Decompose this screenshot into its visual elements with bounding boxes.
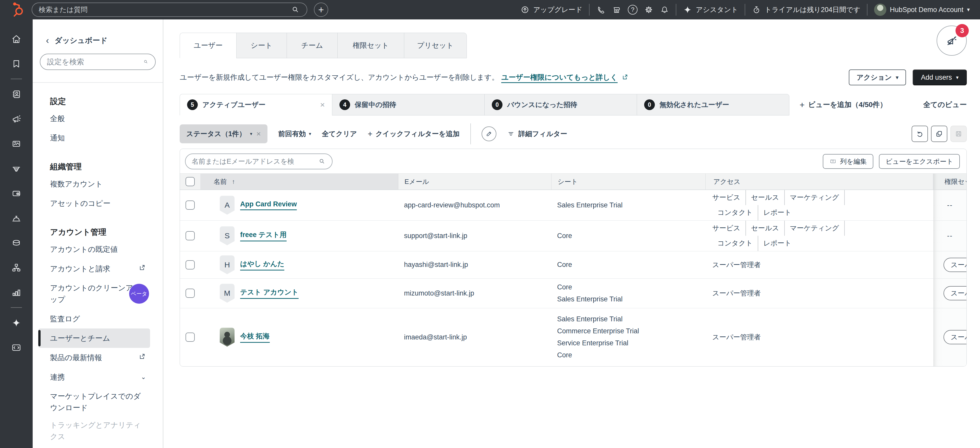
upgrade-label: アップグレード [533, 5, 582, 14]
user-name-link[interactable]: 今枝 拓海 [240, 332, 270, 343]
sidebar-item-integrations[interactable]: 連携 ⌄ [38, 367, 150, 387]
sidebar-item-notifications[interactable]: 通知 [38, 128, 150, 148]
settings-search-input[interactable] [47, 58, 143, 66]
add-users-button[interactable]: Add users▾ [913, 70, 967, 85]
sidebar-item-users-teams[interactable]: ユーザーとチーム [38, 328, 150, 348]
hubspot-logo-icon[interactable] [10, 2, 25, 17]
chevron-left-icon: ‹ [46, 35, 49, 46]
view-tab-deactivated-users[interactable]: 0 無効化されたユーザー [637, 94, 789, 115]
tab-users[interactable]: ユーザー [180, 33, 237, 58]
sidebar-item-product-updates[interactable]: 製品の最新情報 [38, 348, 150, 367]
user-search-input[interactable] [192, 158, 318, 166]
nav-crm-contacts[interactable] [0, 82, 33, 107]
user-name-link[interactable]: テスト アカウント [240, 288, 299, 299]
clone-view-button[interactable] [931, 126, 947, 142]
column-header-name[interactable]: 名前 ↑ [200, 174, 398, 190]
sidebar-item-account-defaults[interactable]: アカウントの既定値 [38, 239, 150, 259]
select-all-checkbox[interactable] [186, 177, 195, 186]
tab-permission-sets[interactable]: 権限セット [337, 33, 404, 58]
nav-reporting[interactable] [0, 280, 33, 305]
permission-pill[interactable]: スーパー管理者 [943, 286, 967, 300]
row-checkbox[interactable] [186, 333, 195, 342]
sidebar-item-general[interactable]: 全般 [38, 109, 150, 128]
view-tab-bounced-invites[interactable]: 0 バウンスになった招待 [484, 94, 637, 115]
view-tab-pending-invites[interactable]: 4 保留中の招待 [332, 94, 485, 115]
trial-status[interactable]: トライアルは残り204日間です [752, 5, 860, 14]
back-to-dashboard[interactable]: ‹ ダッシュボード [33, 19, 163, 46]
nav-developer[interactable] [0, 335, 33, 360]
nav-service[interactable] [0, 206, 33, 230]
undo-button[interactable] [912, 126, 928, 142]
sidebar-item-copy-assets[interactable]: アセットのコピー [38, 194, 150, 213]
nav-data[interactable] [0, 230, 33, 255]
tab-seats[interactable]: シート [236, 33, 287, 58]
nav-home[interactable] [0, 27, 33, 51]
learn-more-link[interactable]: ユーザー権限についてもっと詳しく [501, 73, 617, 83]
status-filter-pill[interactable]: ステータス（1件） ▾ × [180, 124, 267, 143]
advanced-filters-button[interactable]: 詳細フィルター [507, 129, 567, 139]
permission-pill[interactable]: スーパー管理者 [943, 258, 967, 272]
announcements-button[interactable]: 3 [937, 26, 967, 56]
settings-gear-icon[interactable] [644, 5, 653, 14]
nav-content[interactable] [0, 131, 33, 156]
remove-filter-icon[interactable]: × [256, 129, 261, 138]
search-icon[interactable] [291, 5, 300, 14]
view-tab-active-users[interactable]: 5 アクティブユーザー × [180, 94, 332, 115]
sidebar-item-account-billing[interactable]: アカウントと請求 [38, 259, 150, 278]
nav-bookmarks[interactable] [0, 51, 33, 76]
nav-sales[interactable] [0, 156, 33, 181]
users-teams-main: ユーザー シート チーム 権限セット プリセット 3 ユーザーを新規作成してユー… [163, 19, 980, 448]
user-name-link[interactable]: はやし かんた [240, 259, 284, 271]
edit-filters-button[interactable] [482, 126, 496, 141]
create-new-button[interactable]: + [314, 3, 328, 17]
row-checkbox[interactable] [186, 231, 195, 240]
upgrade-button[interactable]: アップグレード [520, 5, 582, 14]
nav-automations[interactable] [0, 255, 33, 280]
sidebar-item-tracking-analytics[interactable]: トラッキングとアナリティクス [38, 417, 150, 445]
user-access: スーパー管理者 [706, 308, 933, 366]
last-active-filter[interactable]: 前回有効 ▾ [278, 129, 311, 139]
nav-commerce[interactable] [0, 181, 33, 206]
nav-marketing[interactable] [0, 107, 33, 131]
save-view-button[interactable] [950, 126, 967, 142]
topbar-divider [745, 4, 745, 16]
help-icon[interactable]: ? [628, 5, 638, 14]
close-icon[interactable]: × [320, 100, 325, 110]
all-views-link[interactable]: 全てのビュー [923, 100, 967, 110]
settings-nav-list: 設定 全般 通知 組織管理 複数アカウント アセットのコピー アカウント管理 ア… [33, 83, 163, 445]
export-view-button[interactable]: ビューをエクスポート [879, 154, 960, 169]
marketplace-icon[interactable] [612, 5, 621, 14]
account-menu[interactable]: HubSpot Demo Account ▾ [874, 3, 970, 16]
code-icon [11, 342, 22, 353]
column-header-email[interactable]: Eメール [398, 174, 552, 190]
edit-columns-button[interactable]: 列を編集 [823, 154, 873, 169]
column-header-seat[interactable]: シート [552, 174, 706, 190]
add-view-button[interactable]: + ビューを追加（4/50件） [800, 100, 887, 110]
user-name-link[interactable]: freee テスト用 [240, 230, 286, 241]
clear-all-filters[interactable]: 全てクリア [322, 129, 357, 139]
user-name-link[interactable]: App Card Review [240, 200, 297, 210]
row-checkbox[interactable] [186, 201, 195, 210]
permission-pill[interactable]: スーパー管理者 [943, 330, 967, 344]
sidebar-item-multi-account[interactable]: 複数アカウント [38, 174, 150, 194]
row-checkbox[interactable] [186, 289, 195, 298]
nav-ai-assistant[interactable] [0, 310, 33, 335]
trial-text: トライアルは残り204日間です [765, 5, 860, 14]
tab-teams[interactable]: チーム [286, 33, 338, 58]
sidebar-item-marketplace-downloads[interactable]: マーケットプレイスでのダウンロード [38, 387, 150, 417]
notifications-bell-icon[interactable] [660, 5, 669, 14]
phone-icon[interactable] [596, 5, 605, 14]
sidebar-item-account-cleanup[interactable]: アカウントのクリーンアップ ベータ [38, 278, 150, 309]
sidebar-item-audit-log[interactable]: 監査ログ [38, 309, 150, 328]
actions-dropdown-button[interactable]: アクション▾ [849, 70, 906, 85]
global-search-input[interactable] [39, 6, 287, 14]
tab-presets[interactable]: プリセット [404, 33, 467, 58]
user-email: app-card-review@hubspot.com [398, 190, 552, 220]
user-permission-set: -- [933, 190, 966, 220]
column-header-permission-set[interactable]: 権限セット [933, 174, 966, 190]
row-checkbox[interactable] [186, 260, 195, 269]
column-header-access[interactable]: アクセス [706, 174, 933, 190]
add-quick-filter[interactable]: + クイックフィルターを追加 [368, 129, 460, 139]
assistant-button[interactable]: アシスタント [683, 5, 738, 14]
caret-down-icon: ▾ [309, 131, 311, 137]
